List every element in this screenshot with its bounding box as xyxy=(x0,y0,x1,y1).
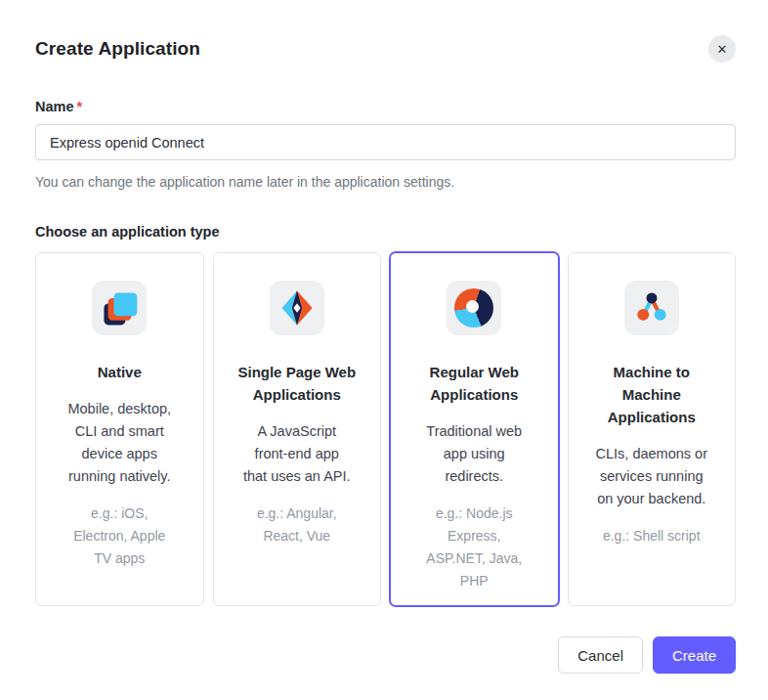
card-example: e.g.: Shell script xyxy=(582,525,722,547)
name-label-text: Name xyxy=(35,99,74,114)
card-description: CLIs, daemons or services running on you… xyxy=(582,443,722,510)
stacked-squares-icon xyxy=(98,286,141,329)
card-title: Machine to Machine Applications xyxy=(582,361,722,428)
card-regular-web[interactable]: Regular Web Applications Traditional web… xyxy=(390,252,559,606)
native-icon-tile xyxy=(92,281,147,335)
card-native[interactable]: Native Mobile, desktop, CLI and smart de… xyxy=(35,252,204,606)
card-machine-to-machine[interactable]: Machine to Machine Applications CLIs, da… xyxy=(568,252,737,606)
create-application-dialog: Create Application ✕ Name* You can chang… xyxy=(0,0,768,674)
required-asterisk: * xyxy=(77,99,83,114)
card-title: Single Page Web Applications xyxy=(228,361,367,406)
cancel-button[interactable]: Cancel xyxy=(558,636,643,674)
molecule-icon xyxy=(630,286,673,329)
page-title: Create Application xyxy=(35,37,200,61)
close-icon: ✕ xyxy=(717,43,728,56)
card-example: e.g.: iOS, Electron, Apple TV apps xyxy=(50,503,190,570)
name-helper-text: You can change the application name late… xyxy=(35,173,736,191)
name-field-label: Name* xyxy=(35,98,736,115)
dialog-footer: Cancel Create xyxy=(35,636,736,674)
close-button[interactable]: ✕ xyxy=(708,35,736,63)
m2m-icon-tile xyxy=(624,281,679,335)
card-description: Mobile, desktop, CLI and smart device ap… xyxy=(50,398,190,488)
create-button[interactable]: Create xyxy=(653,636,736,674)
application-type-label: Choose an application type xyxy=(35,223,736,241)
card-example: e.g.: Node.js Express, ASP.NET, Java, PH… xyxy=(405,503,544,592)
application-type-cards: Native Mobile, desktop, CLI and smart de… xyxy=(35,252,736,606)
dialog-header: Create Application ✕ xyxy=(35,37,736,63)
overlapping-diamonds-icon xyxy=(276,286,319,329)
card-example: e.g.: Angular, React, Vue xyxy=(228,503,367,547)
application-name-input[interactable] xyxy=(35,124,736,160)
card-description: A JavaScript front-end app that uses an … xyxy=(228,420,367,488)
card-title: Native xyxy=(50,361,190,383)
spa-icon-tile xyxy=(270,281,324,335)
card-single-page-web[interactable]: Single Page Web Applications A JavaScrip… xyxy=(213,252,382,606)
rwa-icon-tile xyxy=(447,281,501,335)
card-title: Regular Web Applications xyxy=(405,361,544,406)
card-description: Traditional web app using redirects. xyxy=(405,420,544,488)
donut-swirl-icon xyxy=(454,288,493,328)
